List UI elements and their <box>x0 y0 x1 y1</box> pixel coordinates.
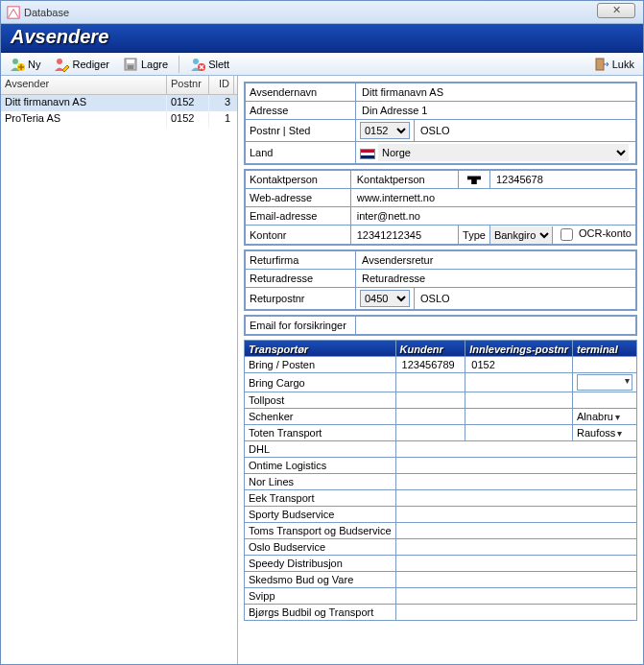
retursted-input[interactable] <box>418 292 632 305</box>
kundenr-input[interactable] <box>400 376 462 390</box>
kontaktperson-input[interactable] <box>355 173 454 186</box>
transport-row[interactable]: Sporty Budservice <box>245 507 637 523</box>
svg-rect-9 <box>596 59 604 70</box>
svg-point-1 <box>12 59 18 64</box>
land-label: Land <box>246 142 356 164</box>
close-button[interactable]: ✕ <box>597 3 635 18</box>
terminal-cell[interactable] <box>573 392 637 409</box>
terminal-dropdown[interactable]: Raufoss <box>577 427 632 439</box>
returpostnr-select[interactable]: 0450 <box>360 290 410 307</box>
svg-rect-5 <box>127 59 134 63</box>
transport-row[interactable]: Speedy Distribusjon <box>245 556 637 572</box>
kundenr-input[interactable] <box>400 410 462 423</box>
kundenr-cell[interactable] <box>395 373 465 392</box>
list-row[interactable]: Ditt firmanavn AS 0152 3 <box>1 95 237 111</box>
transport-row[interactable]: Tollpost <box>245 392 637 409</box>
col-postnr[interactable]: Postnr <box>167 76 209 94</box>
web-input[interactable] <box>355 191 632 204</box>
list-header: Avsender Postnr ID <box>1 76 237 95</box>
avsendernavn-input[interactable] <box>360 85 632 99</box>
transport-row[interactable]: Ontime Logistics <box>245 458 637 474</box>
transport-row[interactable]: Bring Cargo <box>245 373 637 392</box>
transport-row[interactable]: Toms Transport og Budservice <box>245 523 637 539</box>
innlev-postnr-input[interactable] <box>469 426 568 439</box>
svg-rect-6 <box>128 65 133 69</box>
innlev-postnr-cell[interactable] <box>465 409 573 425</box>
email-forsikring-input[interactable] <box>360 319 632 332</box>
adresse-input[interactable] <box>360 104 632 117</box>
transport-name: Sporty Budservice <box>245 507 396 523</box>
transport-row[interactable]: Bjørgs Budbil og Transport <box>245 605 637 621</box>
transport-row[interactable]: Svipp <box>245 588 637 605</box>
transport-name: Tollpost <box>245 392 396 409</box>
innlev-postnr-input[interactable] <box>469 410 568 423</box>
close-panel-button[interactable]: Lukk <box>589 54 639 75</box>
svg-point-7 <box>193 59 199 64</box>
transport-row[interactable]: Bring / Posten <box>245 357 637 373</box>
save-icon <box>123 57 138 72</box>
transport-row[interactable]: DHL <box>245 441 637 458</box>
delete-button[interactable]: Slett <box>185 54 234 75</box>
save-button[interactable]: Lagre <box>118 54 173 75</box>
returadresse-input[interactable] <box>360 272 632 285</box>
database-window: Database ✕ Avsendere Ny Rediger Lagre Sl… <box>0 0 644 665</box>
innlev-postnr-cell[interactable] <box>465 392 573 409</box>
terminal-cell[interactable]: Alnabru <box>573 409 637 425</box>
transport-row[interactable]: SchenkerAlnabru <box>245 409 637 425</box>
kundenr-input[interactable] <box>400 358 462 371</box>
innlev-postnr-input[interactable] <box>469 393 568 407</box>
ocr-checkbox[interactable] <box>561 228 573 241</box>
chevron-down-icon[interactable] <box>615 427 632 439</box>
type-label: Type <box>459 226 490 245</box>
col-id[interactable]: ID <box>209 76 234 94</box>
kundenr-cell[interactable] <box>395 392 465 409</box>
edit-user-icon <box>54 57 69 72</box>
toolbar-sep <box>179 56 179 73</box>
sender-list: Avsender Postnr ID Ditt firmanavn AS 015… <box>1 76 238 664</box>
terminal-cell[interactable] <box>573 357 637 373</box>
postnr-label: Postnr | Sted <box>246 120 356 142</box>
innlev-postnr-input[interactable] <box>469 376 568 390</box>
sted-input[interactable] <box>418 124 632 137</box>
terminal-cell[interactable] <box>573 373 637 392</box>
innlev-postnr-input[interactable] <box>469 358 568 371</box>
kontonr-input[interactable] <box>355 228 454 242</box>
kundenr-input[interactable] <box>400 426 462 439</box>
email-input[interactable] <box>355 209 632 223</box>
transport-name: Ontime Logistics <box>245 458 396 474</box>
terminal-cell[interactable]: Raufoss <box>573 425 637 441</box>
transport-row[interactable]: Toten TransportRaufoss <box>245 425 637 441</box>
innlev-postnr-cell[interactable] <box>465 357 573 373</box>
transport-row[interactable]: Eek Transport <box>245 490 637 507</box>
kundenr-input[interactable] <box>400 393 462 407</box>
innlev-postnr-cell[interactable] <box>465 425 573 441</box>
col-avsender[interactable]: Avsender <box>1 76 167 94</box>
edit-button[interactable]: Rediger <box>49 54 114 75</box>
transport-table: Transportør Kundenr Innleverings-postnr … <box>244 340 637 621</box>
transport-row[interactable]: Oslo Budservice <box>245 539 637 556</box>
add-user-icon <box>10 57 25 72</box>
transport-name: Toten Transport <box>245 425 396 441</box>
chevron-down-icon[interactable] <box>613 411 632 422</box>
transport-name: Bjørgs Budbil og Transport <box>245 605 396 621</box>
terminal-dropdown[interactable]: Alnabru <box>577 411 632 422</box>
window-title: Database <box>24 7 69 18</box>
type-select[interactable]: Bankgiro <box>490 226 553 244</box>
transport-name: Bring / Posten <box>245 357 396 373</box>
transport-row[interactable]: Nor Lines <box>245 474 637 490</box>
innlev-postnr-cell[interactable] <box>465 373 573 392</box>
list-row[interactable]: ProTeria AS 0152 1 <box>1 111 237 128</box>
postnr-select[interactable]: 0152 <box>360 122 410 139</box>
app-icon <box>7 6 20 19</box>
new-button[interactable]: Ny <box>5 54 45 75</box>
kundenr-cell[interactable] <box>395 357 465 373</box>
kundenr-cell[interactable] <box>395 409 465 425</box>
titlebar[interactable]: Database ✕ <box>1 1 643 24</box>
terminal-dropdown[interactable] <box>577 374 632 391</box>
telefon-input[interactable] <box>494 173 632 186</box>
transport-row[interactable]: Skedsmo Bud og Vare <box>245 572 637 588</box>
land-select[interactable]: Norge <box>378 144 629 161</box>
adresse-label: Adresse <box>246 102 356 120</box>
returfirma-input[interactable] <box>360 253 632 267</box>
kundenr-cell[interactable] <box>395 425 465 441</box>
